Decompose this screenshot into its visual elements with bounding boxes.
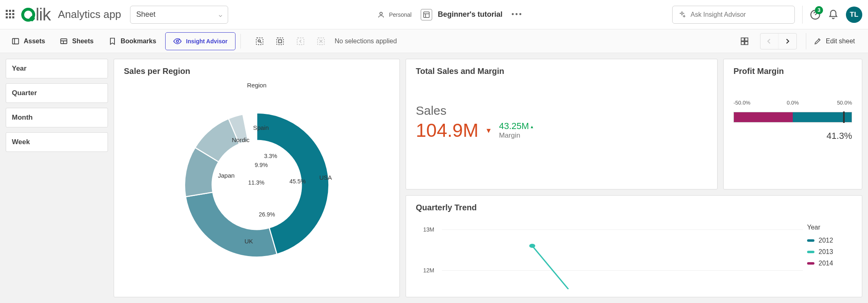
bookmarks-label: Bookmarks bbox=[121, 38, 156, 45]
app-launcher-icon[interactable] bbox=[6, 10, 16, 20]
workbook-name: Beginner's tutorial bbox=[438, 10, 502, 19]
pm-tick-mid: 0.0% bbox=[787, 100, 799, 106]
donut-pct-usa: 45.5% bbox=[289, 178, 306, 185]
grid-view-icon[interactable] bbox=[736, 33, 753, 49]
selection-tools bbox=[251, 33, 329, 49]
svg-rect-8 bbox=[276, 38, 283, 45]
pm-tick-left: -50.0% bbox=[733, 100, 750, 106]
filter-month[interactable]: Month bbox=[6, 108, 108, 127]
trend-line-svg bbox=[442, 216, 803, 290]
qlik-logo[interactable]: lik bbox=[21, 5, 51, 25]
donut-pct-spain: 3.3% bbox=[264, 153, 277, 159]
assets-button[interactable]: Assets bbox=[6, 34, 51, 49]
svg-rect-12 bbox=[741, 38, 744, 40]
sheets-icon bbox=[60, 37, 68, 45]
chevron-down-icon: ⌵ bbox=[219, 11, 222, 18]
trend-legend-title: Year bbox=[807, 224, 852, 231]
donut-pct-nordic: 9.9% bbox=[255, 162, 268, 168]
trend-chart[interactable]: 13M 12M bbox=[416, 216, 807, 290]
trend-ytick-0: 13M bbox=[423, 226, 434, 233]
sales-per-region-card[interactable]: Sales per Region Region USA 45.5% UK 26.… bbox=[114, 59, 400, 297]
person-icon bbox=[377, 11, 385, 18]
top-bar: lik Analytics app Sheet ⌵ Personal Begin… bbox=[0, 0, 868, 29]
workbook-indicator[interactable]: Beginner's tutorial bbox=[421, 9, 502, 20]
kpi-secondary-arrow-icon: ▴ bbox=[531, 124, 533, 129]
sparkle-icon bbox=[678, 11, 686, 18]
edit-sheet-label: Edit sheet bbox=[826, 38, 855, 45]
chart-title: Sales per Region bbox=[124, 67, 390, 76]
smart-search-icon[interactable] bbox=[251, 33, 268, 49]
clear-selections-icon bbox=[313, 33, 329, 49]
svg-rect-10 bbox=[297, 38, 304, 45]
right-column: Total Sales and Margin Sales 104.9M ▾ 43… bbox=[406, 59, 862, 297]
insight-eye-icon bbox=[173, 37, 182, 46]
topbar-center: Personal Beginner's tutorial ••• bbox=[234, 9, 666, 20]
insight-advisor-button[interactable]: Insight Advisor bbox=[165, 32, 235, 50]
profit-margin-bar bbox=[733, 112, 852, 123]
edit-sheet-button[interactable]: Edit sheet bbox=[806, 33, 862, 49]
profit-margin-value: 41.3% bbox=[733, 131, 852, 141]
divider bbox=[802, 6, 803, 24]
sheets-label: Sheets bbox=[72, 38, 93, 45]
kpi-secondary-label: Margin bbox=[499, 131, 533, 140]
filter-pane: Year Quarter Month Week bbox=[6, 59, 108, 297]
sub-bar: Assets Sheets Bookmarks Insight Advisor … bbox=[0, 29, 868, 53]
trend-legend-item-2014[interactable]: 2014 bbox=[807, 260, 852, 267]
avatar[interactable]: TL bbox=[846, 7, 862, 23]
svg-rect-9 bbox=[278, 40, 281, 42]
space-label: Personal bbox=[389, 11, 411, 18]
right-top-row: Total Sales and Margin Sales 104.9M ▾ 43… bbox=[406, 59, 862, 189]
kpi-down-arrow-icon: ▾ bbox=[487, 125, 491, 135]
quarterly-trend-card[interactable]: Quarterly Trend 13M 12M Year 2012 2013 bbox=[406, 195, 862, 297]
prev-sheet-button bbox=[760, 33, 778, 49]
ask-input[interactable] bbox=[691, 11, 789, 18]
space-indicator[interactable]: Personal bbox=[377, 11, 411, 18]
notification-badge: 3 bbox=[815, 6, 823, 14]
step-back-icon bbox=[292, 33, 309, 49]
bookmark-icon bbox=[108, 37, 117, 45]
filter-quarter[interactable]: Quarter bbox=[6, 83, 108, 103]
canvas: Year Quarter Month Week Sales per Region… bbox=[0, 53, 868, 303]
filter-year[interactable]: Year bbox=[6, 59, 108, 78]
selections-tool-icon[interactable] bbox=[272, 33, 288, 49]
sheet-nav bbox=[760, 33, 797, 49]
help-icon[interactable]: 3 bbox=[810, 9, 821, 20]
sheets-button[interactable]: Sheets bbox=[54, 34, 99, 49]
trend-legend-item-2012[interactable]: 2012 bbox=[807, 237, 852, 244]
svg-point-7 bbox=[258, 40, 260, 42]
filter-week[interactable]: Week bbox=[6, 132, 108, 152]
topbar-right: 3 TL bbox=[672, 6, 862, 24]
donut-label-japan: Japan bbox=[218, 172, 235, 179]
bookmarks-button[interactable]: Bookmarks bbox=[103, 34, 162, 49]
bell-icon[interactable] bbox=[828, 9, 839, 20]
sheet-selector[interactable]: Sheet ⌵ bbox=[130, 6, 228, 24]
svg-rect-14 bbox=[741, 41, 744, 44]
donut-pct-japan: 11.3% bbox=[248, 179, 265, 186]
trend-legend-item-2013[interactable]: 2013 bbox=[807, 248, 852, 256]
ask-insight-advisor[interactable] bbox=[672, 6, 795, 24]
svg-rect-15 bbox=[745, 41, 748, 44]
trend-title: Quarterly Trend bbox=[416, 203, 852, 212]
donut-pct-uk: 26.9% bbox=[259, 211, 275, 218]
svg-rect-13 bbox=[745, 38, 748, 40]
svg-rect-1 bbox=[424, 12, 429, 18]
next-sheet-button[interactable] bbox=[778, 33, 796, 49]
svg-point-0 bbox=[380, 12, 382, 15]
svg-rect-3 bbox=[13, 38, 19, 44]
kpi-title: Total Sales and Margin bbox=[416, 67, 707, 76]
kpi-value: 104.9M bbox=[416, 119, 478, 141]
donut-label-nordic: Nordic bbox=[232, 136, 249, 143]
assets-label: Assets bbox=[24, 38, 45, 45]
profit-margin-axis: -50.0% 0.0% 50.0% bbox=[733, 100, 852, 109]
profit-margin-title: Profit Margin bbox=[733, 67, 852, 76]
profit-margin-card[interactable]: Profit Margin -50.0% 0.0% 50.0% 41.3% bbox=[723, 59, 862, 189]
divider bbox=[240, 34, 241, 49]
sheet-selector-label: Sheet bbox=[136, 10, 155, 19]
more-menu-icon[interactable]: ••• bbox=[511, 10, 523, 19]
svg-line-19 bbox=[532, 246, 568, 289]
kpi-card[interactable]: Total Sales and Margin Sales 104.9M ▾ 43… bbox=[406, 59, 718, 189]
panel-icon bbox=[11, 37, 20, 45]
donut-label-usa: USA bbox=[319, 174, 332, 181]
svg-rect-6 bbox=[256, 38, 263, 45]
kpi-secondary-value: 43.25M bbox=[499, 121, 529, 131]
